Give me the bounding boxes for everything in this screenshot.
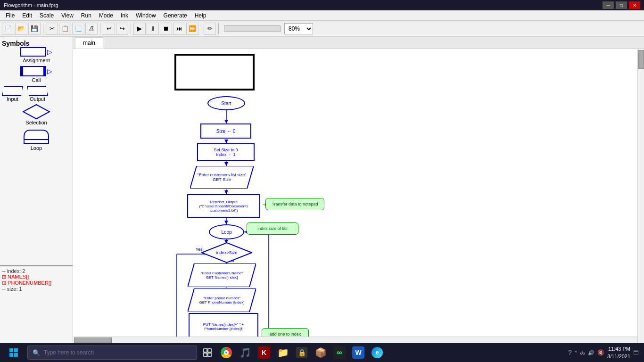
taskbar-infinity[interactable]: ∞ bbox=[331, 344, 348, 361]
loop-node: Loop bbox=[209, 224, 244, 239]
menu-mode[interactable]: Mode bbox=[95, 11, 117, 20]
toolbar-pause[interactable]: ⏸ bbox=[147, 23, 159, 35]
menu-ink[interactable]: Ink bbox=[117, 11, 132, 20]
assignment-arrow: ▷ bbox=[47, 48, 52, 56]
toolbar-redo[interactable]: ↪ bbox=[116, 23, 128, 35]
setsize-node: Set Size to 0 Index ← 1 bbox=[197, 143, 255, 161]
size-assign-node: Size ← 0 bbox=[200, 123, 251, 139]
symbol-output[interactable]: Output bbox=[27, 86, 48, 102]
start-button[interactable] bbox=[2, 344, 25, 361]
expand-tray-icon[interactable]: ^ bbox=[575, 350, 577, 355]
taskbar-app1[interactable]: 🎵 bbox=[237, 344, 254, 361]
taskbar-files[interactable]: 📁 bbox=[274, 344, 291, 361]
maximize-button[interactable]: □ bbox=[616, 1, 627, 9]
symbols-section: Symbols ▷ Assignment ▷ Call bbox=[0, 37, 73, 265]
svg-marker-11 bbox=[224, 221, 228, 224]
toolbar-save[interactable]: 💾 bbox=[28, 23, 41, 35]
taskbar-edge[interactable]: e bbox=[369, 344, 386, 361]
close-button[interactable]: ✕ bbox=[629, 1, 640, 9]
app1-icon: 🎵 bbox=[239, 347, 251, 358]
menu-view[interactable]: View bbox=[58, 11, 77, 20]
menu-edit[interactable]: Edit bbox=[18, 11, 36, 20]
menu-file[interactable]: File bbox=[2, 11, 18, 20]
scrollbar-vertical[interactable] bbox=[637, 49, 644, 343]
toolbar-new[interactable]: 📄 bbox=[2, 23, 14, 35]
tab-main[interactable]: main bbox=[75, 37, 103, 49]
mute-icon[interactable]: 🔇 bbox=[597, 349, 604, 356]
symbol-assignment[interactable]: ▷ Assignment bbox=[2, 47, 71, 63]
notification-icon[interactable]: 🗔 bbox=[633, 350, 638, 355]
toolbar-sep4 bbox=[201, 23, 201, 34]
svg-rect-50 bbox=[208, 353, 211, 356]
menu-help[interactable]: Help bbox=[191, 11, 210, 20]
search-bar[interactable]: 🔍 bbox=[27, 346, 197, 360]
volume-icon[interactable]: 🔊 bbox=[588, 350, 594, 356]
k-icon: K bbox=[258, 346, 270, 359]
toolbar-play[interactable]: ▶ bbox=[133, 23, 146, 35]
toolbar-fast-forward[interactable]: ⏩ bbox=[186, 23, 198, 35]
toolbar: 📄 📂 💾 ✂ 📋 📃 🖨 ↩ ↪ ▶ ⏸ ⏹ ⏭ ⏩ ✏ 50% 60% 70… bbox=[0, 21, 644, 37]
redirect1-label: Redirect_Output("C:\Users\noahb\Document… bbox=[199, 200, 248, 213]
toolbar-sep3 bbox=[131, 23, 131, 34]
symbol-selection[interactable]: Selection bbox=[2, 104, 71, 125]
size-assign-label: Size ← 0 bbox=[216, 129, 236, 134]
toolbar-copy[interactable]: 📋 bbox=[59, 23, 71, 35]
search-input[interactable] bbox=[44, 349, 192, 356]
output-shape bbox=[27, 86, 48, 96]
zoom-select[interactable]: 50% 60% 70% 80% 90% 100% 110% 120% bbox=[284, 23, 313, 34]
menu-run[interactable]: Run bbox=[77, 11, 95, 20]
var-size: ─ size: 1 bbox=[2, 286, 71, 292]
selection-shape bbox=[22, 104, 50, 120]
toolbar-paste[interactable]: 📃 bbox=[72, 23, 84, 35]
callout-indexsize-label: index size of list bbox=[257, 226, 288, 231]
symbol-call[interactable]: ▷ Call bbox=[2, 66, 71, 83]
decision-node: index>Size bbox=[201, 242, 252, 263]
taskbar-lock[interactable]: 🔒 bbox=[293, 344, 310, 361]
menu-generate[interactable]: Generate bbox=[160, 11, 191, 20]
toolbar-stop[interactable]: ⏹ bbox=[160, 23, 172, 35]
canvas-area[interactable]: main bbox=[73, 37, 644, 343]
scroll-thumb-h[interactable] bbox=[74, 337, 112, 343]
io-row: Input Output bbox=[2, 86, 71, 102]
loop-label: Loop bbox=[31, 145, 42, 151]
task-view-button[interactable] bbox=[199, 344, 216, 361]
svg-marker-9 bbox=[224, 190, 228, 194]
systray: ? ^ 🖧 🔊 🔇 11:43 PM 3/11/2021 🗔 bbox=[568, 345, 642, 360]
menu-window[interactable]: Window bbox=[132, 11, 160, 20]
toolbar-open[interactable]: 📂 bbox=[15, 23, 27, 35]
dropbox-icon: 📦 bbox=[315, 347, 327, 358]
task-view-icon bbox=[203, 348, 212, 357]
help-tray-icon[interactable]: ? bbox=[568, 349, 572, 356]
enterphone-node: "Enter phone number"GET PhoneNumber [ind… bbox=[188, 288, 256, 312]
main-area: Symbols ▷ Assignment ▷ Call bbox=[0, 37, 644, 343]
minimize-button[interactable]: ─ bbox=[603, 1, 614, 9]
menu-scale[interactable]: Scale bbox=[36, 11, 58, 20]
entersize-node: "Enter customers list size"GET Size bbox=[190, 166, 254, 189]
taskbar-chrome[interactable] bbox=[218, 344, 235, 361]
assignment-label: Assignment bbox=[23, 58, 50, 63]
toolbar-print[interactable]: 🖨 bbox=[85, 23, 98, 35]
toolbar-undo[interactable]: ↩ bbox=[103, 23, 115, 35]
input-label: Input bbox=[7, 96, 18, 102]
time-display: 11:43 PM bbox=[607, 345, 630, 353]
chrome-center bbox=[224, 350, 229, 355]
taskbar-word[interactable]: W bbox=[350, 344, 367, 361]
left-panel: Symbols ▷ Assignment ▷ Call bbox=[0, 37, 73, 343]
toolbar-cut[interactable]: ✂ bbox=[46, 23, 58, 35]
lock-icon: 🔒 bbox=[296, 347, 307, 358]
toolbar-sep1 bbox=[43, 23, 43, 34]
symbol-loop[interactable]: Loop bbox=[2, 128, 71, 151]
toolbar-step-end[interactable]: ⏭ bbox=[173, 23, 185, 35]
putnames-label: PUT Names[index]+" " + PhoneNumber [inde… bbox=[191, 322, 256, 331]
taskbar-dropbox[interactable]: 📦 bbox=[312, 344, 329, 361]
taskbar-k-app[interactable]: K bbox=[256, 344, 272, 361]
start-node: Start bbox=[207, 96, 245, 110]
toolbar-pen[interactable]: ✏ bbox=[204, 23, 216, 35]
scroll-thumb-v[interactable] bbox=[638, 50, 644, 69]
enterphone-label: "Enter phone number"GET PhoneNumber [ind… bbox=[195, 296, 249, 304]
svg-rect-45 bbox=[9, 353, 13, 357]
scrollbar-horizontal[interactable] bbox=[73, 337, 637, 343]
symbol-input[interactable]: Input bbox=[2, 86, 23, 102]
svg-rect-47 bbox=[204, 349, 207, 352]
date-display: 3/11/2021 bbox=[607, 353, 630, 360]
